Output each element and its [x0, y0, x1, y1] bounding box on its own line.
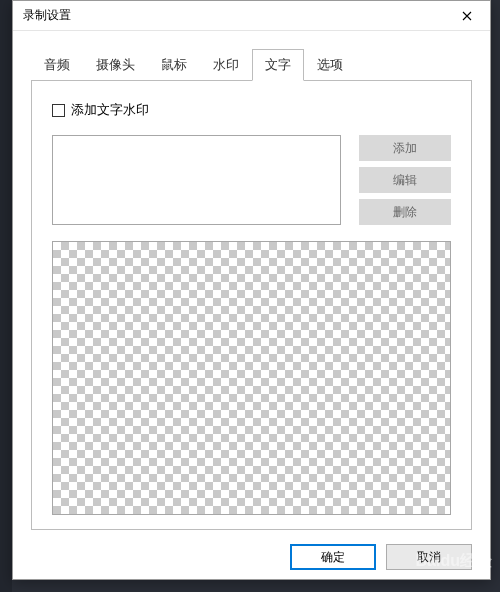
- close-button[interactable]: [444, 1, 490, 31]
- dialog-buttons: 确定 取消: [13, 530, 490, 570]
- tab-options[interactable]: 选项: [304, 49, 356, 81]
- ok-button[interactable]: 确定: [290, 544, 376, 570]
- close-icon: [462, 11, 472, 21]
- tab-mouse[interactable]: 鼠标: [148, 49, 200, 81]
- tab-audio[interactable]: 音频: [31, 49, 83, 81]
- app-background-left: [0, 0, 12, 592]
- tab-camera[interactable]: 摄像头: [83, 49, 148, 81]
- watermark-preview: [52, 241, 451, 515]
- watermark-list[interactable]: [52, 135, 341, 225]
- cancel-button[interactable]: 取消: [386, 544, 472, 570]
- titlebar: 录制设置: [13, 1, 490, 31]
- tab-text[interactable]: 文字: [252, 49, 304, 81]
- add-text-watermark-row: 添加文字水印: [52, 101, 451, 119]
- watermark-list-row: 添加 编辑 删除: [52, 135, 451, 225]
- add-text-watermark-label: 添加文字水印: [71, 101, 149, 119]
- edit-button[interactable]: 编辑: [359, 167, 451, 193]
- tabs: 音频 摄像头 鼠标 水印 文字 选项: [13, 31, 490, 81]
- tab-watermark[interactable]: 水印: [200, 49, 252, 81]
- add-button[interactable]: 添加: [359, 135, 451, 161]
- tab-content: 添加文字水印 添加 编辑 删除: [31, 80, 472, 530]
- recording-settings-dialog: 录制设置 音频 摄像头 鼠标 水印 文字 选项 添加文字水印 添加 编辑 删除: [12, 0, 491, 580]
- add-text-watermark-checkbox[interactable]: [52, 104, 65, 117]
- dialog-title: 录制设置: [23, 7, 444, 24]
- delete-button[interactable]: 删除: [359, 199, 451, 225]
- watermark-side-buttons: 添加 编辑 删除: [359, 135, 451, 225]
